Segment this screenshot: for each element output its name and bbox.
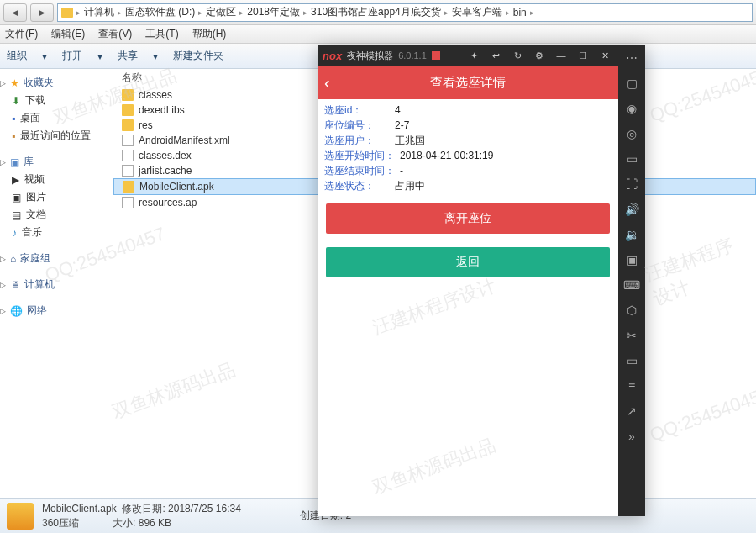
refresh-icon[interactable]: ↻ — [509, 50, 526, 61]
phone-icon[interactable]: ▢ — [624, 76, 639, 91]
library-icon: ▣ — [10, 156, 19, 168]
export-icon[interactable]: ↗ — [624, 404, 639, 419]
crumb[interactable]: 310图书馆占座app4月底交货 — [311, 5, 441, 19]
leave-seat-button[interactable]: 离开座位 — [326, 203, 610, 234]
folder-icon[interactable]: ▣ — [624, 252, 639, 267]
sidebar-item[interactable]: ▪桌面 — [0, 109, 113, 127]
back-arrow-icon[interactable]: ‹ — [324, 73, 330, 92]
status-filename: MobileClient.apk — [42, 503, 117, 515]
sidebar-item[interactable]: ⬇下载 — [0, 92, 113, 109]
sidebar-computer[interactable]: 计算机 — [24, 277, 55, 292]
toolbar-organize[interactable]: 组织 — [7, 49, 27, 63]
camera-icon[interactable]: ◉ — [624, 101, 639, 116]
star-icon: ★ — [10, 77, 19, 89]
sidebar-item[interactable]: ▶视频 — [0, 171, 113, 188]
file-icon — [122, 135, 134, 146]
toolbar-open[interactable]: 打开 — [62, 49, 82, 63]
nox-titlebar: nox 夜神模拟器 6.0.1.1 ✦ ↩ ↻ ⚙ — ☐ ✕ — [318, 45, 618, 66]
breadcrumb[interactable]: ▸ 计算机▸ 固态软件盘 (D:)▸ 定做区▸ 2018年定做▸ 310图书馆占… — [57, 3, 753, 22]
nox-emulator: nox 夜神模拟器 6.0.1.1 ✦ ↩ ↻ ⚙ — ☐ ✕ ‹ 查看选座详情… — [318, 45, 645, 516]
sidebar-homegroup[interactable]: 家庭组 — [20, 251, 50, 266]
file-icon — [122, 150, 134, 161]
nox-logo-icon: nox — [323, 50, 342, 62]
col-name[interactable]: 名称 — [122, 71, 142, 85]
display-icon[interactable]: ▭ — [624, 151, 639, 166]
expand-icon[interactable]: » — [624, 429, 639, 444]
menu-help[interactable]: 帮助(H) — [192, 27, 227, 41]
minimize-icon[interactable]: — — [553, 50, 570, 61]
keyboard-icon[interactable]: ⌨ — [624, 277, 639, 293]
return-button[interactable]: 返回 — [326, 247, 610, 277]
crumb[interactable]: 固态软件盘 (D:) — [125, 5, 195, 19]
crumb[interactable]: 计算机 — [84, 5, 114, 19]
settings-icon[interactable]: ⚙ — [531, 50, 548, 61]
address-bar: ◄ ► ▸ 计算机▸ 固态软件盘 (D:)▸ 定做区▸ 2018年定做▸ 310… — [0, 0, 756, 25]
sidebar-item[interactable]: ▣图片 — [0, 188, 113, 206]
sidebar: ▷★收藏夹 ⬇下载 ▪桌面 ▪最近访问的位置 ▷▣库 ▶视频 ▣图片 ▤文档 ♪… — [0, 69, 113, 506]
status-type: 360压缩 — [42, 517, 79, 529]
pin-icon[interactable]: ✦ — [465, 50, 482, 61]
folder-icon — [122, 104, 134, 116]
fullscreen-icon[interactable]: ⛶ — [624, 177, 639, 192]
file-icon — [122, 165, 134, 177]
sidebar-item[interactable]: ♪音乐 — [0, 224, 113, 241]
apk-icon — [123, 181, 134, 193]
folder-icon — [122, 89, 134, 101]
sidebar-library[interactable]: 库 — [24, 155, 34, 169]
scissors-icon[interactable]: ✂ — [624, 328, 639, 343]
list-icon[interactable]: ≡ — [624, 378, 639, 393]
seat-detail: 选座id：4 座位编号：2-7 选座用户：王兆国 选座开始时间：2018-04-… — [318, 99, 618, 197]
more-icon[interactable]: ⋯ — [624, 50, 639, 66]
volume-down-icon[interactable]: 🔉 — [624, 227, 639, 242]
close-icon[interactable]: ✕ — [596, 50, 613, 61]
nox-version: 6.0.1.1 — [398, 50, 427, 61]
rec-icon — [432, 51, 440, 60]
toolbar-share[interactable]: 共享 — [118, 49, 138, 63]
nox-title: 夜神模拟器 — [347, 50, 393, 62]
file-type-icon — [7, 503, 34, 530]
sidebar-item[interactable]: ▤文档 — [0, 206, 113, 224]
app-title: 查看选座详情 — [318, 75, 618, 91]
nav-back-button[interactable]: ◄ — [3, 3, 27, 22]
crumb[interactable]: 安卓客户端 — [452, 5, 502, 19]
menu-tools[interactable]: 工具(T) — [145, 27, 178, 41]
location-icon[interactable]: ◎ — [624, 126, 639, 141]
app-header: ‹ 查看选座详情 — [318, 66, 618, 99]
sidebar-network[interactable]: 网络 — [27, 303, 47, 318]
file-icon — [122, 197, 134, 208]
crumb[interactable]: 2018年定做 — [247, 5, 300, 19]
toolbar-newfolder[interactable]: 新建文件夹 — [173, 49, 223, 63]
menu-edit[interactable]: 编辑(E) — [51, 27, 85, 41]
apk-icon[interactable]: ⬡ — [624, 303, 639, 318]
nox-sidebar: ⋯ ▢ ◉ ◎ ▭ ⛶ 🔊 🔉 ▣ ⌨ ⬡ ✂ ▭ ≡ ↗ » — [618, 45, 645, 516]
menu-file[interactable]: 文件(F) — [5, 27, 38, 41]
folder-icon — [61, 8, 73, 18]
sidebar-item[interactable]: ▪最近访问的位置 — [0, 127, 113, 145]
back-icon[interactable]: ↩ — [487, 50, 504, 61]
maximize-icon[interactable]: ☐ — [575, 50, 591, 61]
folder-icon — [122, 119, 134, 131]
crumb[interactable]: 定做区 — [206, 5, 236, 19]
record-icon[interactable]: ▭ — [624, 353, 639, 368]
sidebar-favorites[interactable]: 收藏夹 — [24, 76, 54, 90]
nav-fwd-button[interactable]: ► — [30, 3, 54, 22]
menu-bar: 文件(F) 编辑(E) 查看(V) 工具(T) 帮助(H) — [0, 25, 756, 44]
volume-up-icon[interactable]: 🔊 — [624, 202, 639, 217]
crumb[interactable]: bin — [513, 7, 527, 18]
menu-view[interactable]: 查看(V) — [98, 27, 132, 41]
